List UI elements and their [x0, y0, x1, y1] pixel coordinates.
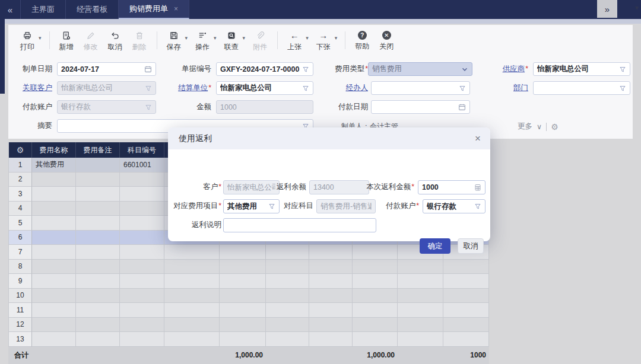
- table-cell[interactable]: [220, 332, 266, 347]
- table-cell[interactable]: [76, 289, 120, 304]
- table-cell[interactable]: [76, 260, 120, 274]
- settle-unit-label[interactable]: 结算单位*: [164, 81, 211, 95]
- table-cell[interactable]: [76, 245, 120, 260]
- table-cell[interactable]: [443, 260, 489, 274]
- table-cell[interactable]: [220, 303, 266, 318]
- table-cell[interactable]: [120, 332, 164, 347]
- table-cell[interactable]: [398, 289, 443, 304]
- table-cell[interactable]: [120, 260, 164, 274]
- row-number[interactable]: 9: [8, 274, 32, 289]
- row-number[interactable]: 4: [8, 202, 32, 216]
- table-cell[interactable]: [443, 303, 489, 318]
- table-cell[interactable]: [353, 245, 398, 260]
- table-cell[interactable]: [76, 216, 120, 231]
- next-caret-icon[interactable]: ▾: [335, 35, 338, 41]
- table-cell[interactable]: [164, 332, 220, 347]
- related-customer-label[interactable]: 关联客户: [8, 81, 52, 95]
- table-cell[interactable]: [309, 318, 353, 333]
- table-cell[interactable]: [120, 245, 164, 260]
- filter-icon[interactable]: [302, 85, 309, 92]
- handler-input[interactable]: [371, 81, 470, 95]
- table-cell[interactable]: [220, 274, 266, 289]
- calculator-icon[interactable]: [474, 184, 481, 191]
- filter-icon[interactable]: [459, 85, 466, 92]
- table-cell[interactable]: [220, 318, 266, 333]
- table-cell[interactable]: [309, 303, 353, 318]
- table-cell[interactable]: [220, 289, 266, 304]
- calendar-icon[interactable]: [144, 65, 152, 73]
- table-cell[interactable]: [32, 332, 76, 347]
- table-cell[interactable]: [353, 274, 398, 289]
- department-input[interactable]: [533, 81, 630, 95]
- tab-close-icon[interactable]: ×: [174, 5, 178, 13]
- supplier-input[interactable]: 怡新家电总公司: [533, 62, 630, 76]
- prev-doc-button[interactable]: ← 上张: [285, 31, 304, 52]
- row-number[interactable]: 12: [8, 318, 32, 333]
- row-number[interactable]: 3: [8, 187, 32, 202]
- row-number[interactable]: 8: [8, 260, 32, 274]
- row-number[interactable]: 5: [8, 216, 32, 231]
- row-number[interactable]: 2: [8, 173, 32, 187]
- table-cell[interactable]: [76, 173, 120, 187]
- new-button[interactable]: 新增: [57, 31, 76, 52]
- table-cell[interactable]: [76, 332, 120, 347]
- table-cell[interactable]: [32, 202, 76, 216]
- table-cell[interactable]: [266, 303, 309, 318]
- table-cell[interactable]: [266, 274, 309, 289]
- table-cell[interactable]: [164, 245, 220, 260]
- collapse-right-icon[interactable]: »: [597, 0, 617, 18]
- table-cell[interactable]: [120, 303, 164, 318]
- table-cell[interactable]: [266, 289, 309, 304]
- operate-caret-icon[interactable]: ▾: [214, 35, 217, 41]
- settle-unit-input[interactable]: 怡新家电总公司: [216, 81, 313, 95]
- table-cell[interactable]: [443, 332, 489, 347]
- tab-main[interactable]: 主界面: [20, 0, 66, 19]
- table-cell[interactable]: [76, 187, 120, 202]
- table-cell[interactable]: [220, 260, 266, 274]
- row-number[interactable]: 13: [8, 332, 32, 347]
- expense-type-select[interactable]: 销售费用: [368, 62, 472, 76]
- table-cell[interactable]: [309, 332, 353, 347]
- table-cell[interactable]: [164, 289, 220, 304]
- cancel-button[interactable]: 取消: [106, 31, 125, 52]
- table-cell[interactable]: [76, 303, 120, 318]
- table-cell[interactable]: [398, 274, 443, 289]
- table-cell[interactable]: [32, 187, 76, 202]
- table-cell[interactable]: [32, 289, 76, 304]
- save-button[interactable]: 保存: [164, 31, 183, 52]
- supplier-label[interactable]: 供应商*: [477, 62, 528, 76]
- table-cell[interactable]: [120, 202, 164, 216]
- table-cell[interactable]: [76, 158, 120, 173]
- grid-settings-gear-icon[interactable]: ⚙: [17, 145, 24, 155]
- table-cell[interactable]: [76, 274, 120, 289]
- table-cell[interactable]: [32, 260, 76, 274]
- calendar-icon[interactable]: [458, 103, 466, 111]
- table-cell[interactable]: [120, 274, 164, 289]
- table-cell[interactable]: [309, 289, 353, 304]
- save-caret-icon[interactable]: ▾: [185, 35, 188, 41]
- filter-icon[interactable]: [619, 66, 626, 73]
- table-cell[interactable]: [443, 274, 489, 289]
- collapse-left-icon[interactable]: «: [0, 0, 20, 19]
- rebate-amount-input[interactable]: 1000: [418, 180, 485, 194]
- cancel-dialog-button[interactable]: 取消: [458, 238, 484, 254]
- table-cell[interactable]: [309, 245, 353, 260]
- table-cell[interactable]: 其他费用: [32, 158, 76, 173]
- filter-icon[interactable]: [474, 203, 481, 210]
- print-button[interactable]: 打印: [18, 31, 37, 52]
- table-cell[interactable]: [353, 318, 398, 333]
- table-cell[interactable]: [120, 318, 164, 333]
- table-cell[interactable]: [398, 318, 443, 333]
- table-cell[interactable]: [220, 245, 266, 260]
- table-cell[interactable]: [353, 303, 398, 318]
- row-number[interactable]: 10: [8, 289, 32, 304]
- table-cell[interactable]: [398, 303, 443, 318]
- table-cell[interactable]: [266, 245, 309, 260]
- table-cell[interactable]: [32, 274, 76, 289]
- operate-button[interactable]: 操作: [193, 31, 212, 52]
- table-cell[interactable]: [120, 173, 164, 187]
- table-cell[interactable]: [309, 260, 353, 274]
- table-cell[interactable]: [266, 318, 309, 333]
- table-cell[interactable]: [353, 289, 398, 304]
- print-caret-icon[interactable]: ▾: [39, 35, 42, 41]
